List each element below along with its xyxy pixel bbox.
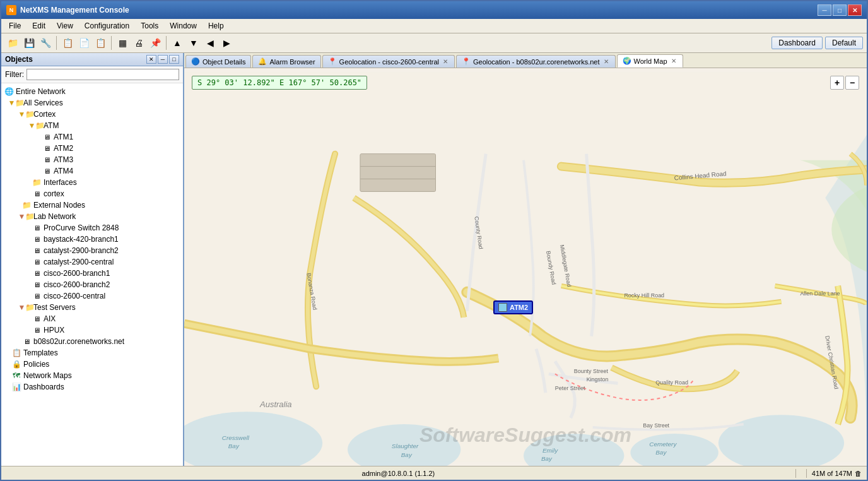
tree-external-nodes[interactable]: 📁 External Nodes xyxy=(1,199,183,211)
svg-text:Bay: Bay xyxy=(228,442,240,449)
tb-down-button[interactable]: ▼ xyxy=(186,35,201,50)
tb-print-button[interactable]: 🖨 xyxy=(131,35,146,50)
template-icon: 📋 xyxy=(11,348,21,358)
menu-configuration[interactable]: Configuration xyxy=(79,20,134,32)
tb-config-button[interactable]: 🔧 xyxy=(38,35,53,50)
tb-clipboard-button[interactable]: 📋 xyxy=(60,35,75,50)
left-panel: Objects ✕ ─ □ Filter: 🌐 Entire Network xyxy=(1,53,184,466)
tree-cisco-branch2[interactable]: 🖥 cisco-2600-branch2 xyxy=(1,279,183,290)
dashboard-button[interactable]: Dashboard xyxy=(771,37,823,49)
menu-help[interactable]: Help xyxy=(203,20,229,32)
tree-templates[interactable]: 📋 Templates xyxy=(1,347,183,359)
tree-aix[interactable]: 🖥 AIX xyxy=(1,313,183,324)
tb-back-button[interactable]: ◀ xyxy=(202,35,218,50)
map-icon: 🗺 xyxy=(11,371,21,381)
tab-world-map[interactable]: 🌍 World Map ✕ xyxy=(617,54,683,68)
zoom-in-button[interactable]: + xyxy=(830,76,844,90)
menu-tools[interactable]: Tools xyxy=(136,20,163,32)
panel-maximize-button[interactable]: □ xyxy=(169,55,179,64)
panel-minimize-button[interactable]: ─ xyxy=(158,55,168,64)
tree-baystack[interactable]: 🖥 baystack-420-branch1 xyxy=(1,234,183,245)
tab-geo-b08-close[interactable]: ✕ xyxy=(602,58,610,65)
tree-hpux[interactable]: 🖥 HPUX xyxy=(1,324,183,336)
filter-input[interactable] xyxy=(26,69,179,80)
tree-atm1[interactable]: 🖥 ATM1 xyxy=(1,131,183,143)
tree-lab-network[interactable]: ▼📁 Lab Network xyxy=(1,211,183,222)
tree-dashboards[interactable]: 📊 Dashboards xyxy=(1,381,183,393)
tree-cisco-central[interactable]: 🖥 cisco-2600-central xyxy=(1,290,183,302)
tree-b08s02ur[interactable]: 🖥 b08s02ur.corenetworks.net xyxy=(1,336,183,347)
tb-up-button[interactable]: ▲ xyxy=(170,35,185,50)
status-separator-1 xyxy=(795,469,796,478)
tab-geo-b08[interactable]: 📍 Geolocation - b08s02ur.corenetworks.ne… xyxy=(456,55,616,68)
tree-test-servers[interactable]: ▼📁 Test Servers xyxy=(1,302,183,313)
tab-world-map-close[interactable]: ✕ xyxy=(670,57,677,64)
tb-pin-button[interactable]: 📌 xyxy=(148,35,163,50)
tree-entire-network[interactable]: 🌐 Entire Network xyxy=(1,86,183,97)
zoom-out-button[interactable]: − xyxy=(845,76,859,90)
atm-marker-label: ATM2 xyxy=(510,304,528,311)
folder-icon: 📁 xyxy=(32,177,42,187)
menu-view[interactable]: View xyxy=(52,20,78,32)
menu-window[interactable]: Window xyxy=(165,20,202,32)
network-icon: 🌐 xyxy=(4,86,14,97)
menu-file[interactable]: File xyxy=(4,20,26,32)
tree-policies[interactable]: 🔒 Policies xyxy=(1,359,183,370)
tab-alarm-browser[interactable]: 🔔 Alarm Browser xyxy=(252,55,320,68)
filter-label: Filter: xyxy=(5,70,24,79)
device-icon: 🖥 xyxy=(32,291,42,301)
tab-object-details[interactable]: 🔵 Object Details xyxy=(185,55,251,68)
tb-forward-button[interactable]: ▶ xyxy=(219,35,234,50)
tab-geo-cisco-label: Geolocation - cisco-2600-central xyxy=(339,58,439,66)
menu-edit[interactable]: Edit xyxy=(27,20,50,32)
tree-cortex[interactable]: ▼📁 Cortex xyxy=(1,109,183,120)
svg-text:Bounty Street: Bounty Street xyxy=(574,368,609,374)
tree-atm4[interactable]: 🖥 ATM4 xyxy=(1,165,183,177)
tree-interfaces[interactable]: 📁 Interfaces xyxy=(1,177,183,188)
device-icon: 🖥 xyxy=(32,189,42,199)
close-button[interactable]: ✕ xyxy=(848,4,862,16)
tab-geo-b08-label: Geolocation - b08s02ur.corenetworks.net xyxy=(473,58,600,66)
tree-catalyst-branch2[interactable]: 🖥 catalyst-2900-branch2 xyxy=(1,245,183,256)
minimize-button[interactable]: ─ xyxy=(818,4,831,16)
object-details-icon: 🔵 xyxy=(191,57,200,66)
tb-save-button[interactable]: 💾 xyxy=(21,35,37,50)
device-icon: 🖥 xyxy=(32,325,42,335)
svg-text:Quality Road: Quality Road xyxy=(655,379,688,386)
tree-all-services[interactable]: ▼📁 All Services xyxy=(1,97,183,109)
status-separator-2 xyxy=(806,469,807,478)
menu-bar: File Edit View Configuration Tools Windo… xyxy=(1,19,867,33)
svg-text:Kingston: Kingston xyxy=(587,376,609,383)
tree-procurve[interactable]: 🖥 ProCurve Switch 2848 xyxy=(1,222,183,234)
tree-atm-folder[interactable]: ▼📁 ATM xyxy=(1,120,183,131)
device-icon: 🖥 xyxy=(42,132,52,142)
tree-atm3[interactable]: 🖥 ATM3 xyxy=(1,154,183,165)
maximize-button[interactable]: □ xyxy=(833,4,847,16)
device-icon: 🖥 xyxy=(32,223,42,233)
default-button[interactable]: Default xyxy=(825,37,863,49)
main-area: Objects ✕ ─ □ Filter: 🌐 Entire Network xyxy=(1,53,867,466)
trash-icon[interactable]: 🗑 xyxy=(855,470,862,477)
device-icon: 🖥 xyxy=(32,234,42,244)
tree-cortex-device[interactable]: 🖥 cortex xyxy=(1,188,183,199)
tab-geo-cisco[interactable]: 📍 Geolocation - cisco-2600-central ✕ xyxy=(322,55,455,68)
atm2-marker[interactable]: ATM2 xyxy=(493,300,533,314)
tb-copy-button[interactable]: 📄 xyxy=(76,35,91,50)
tb-grid-button[interactable]: ▦ xyxy=(115,35,130,50)
svg-text:Bay Street: Bay Street xyxy=(643,422,669,429)
tab-world-map-label: World Map xyxy=(634,57,667,65)
svg-text:Allen Dale Lane: Allen Dale Lane xyxy=(800,290,840,297)
folder-icon: ▼📁 xyxy=(11,98,21,108)
tree-item-label: Entire Network xyxy=(16,87,66,96)
zoom-controls: + − xyxy=(830,76,859,90)
tree-network-maps[interactable]: 🗺 Network Maps xyxy=(1,370,183,381)
tab-geo-cisco-close[interactable]: ✕ xyxy=(442,58,449,65)
map-area[interactable]: S 29° 03' 12.892" E 167° 57' 50.265" + − xyxy=(184,68,867,466)
tree-atm2[interactable]: 🖥 ATM2 xyxy=(1,143,183,154)
tb-paste-button[interactable]: 📋 xyxy=(93,35,108,50)
tree-catalyst-central[interactable]: 🖥 catalyst-2900-central xyxy=(1,256,183,268)
tree-cisco-branch1[interactable]: 🖥 cisco-2600-branch1 xyxy=(1,268,183,279)
panel-options-button[interactable]: ✕ xyxy=(146,55,156,64)
tb-new-button[interactable]: 📁 xyxy=(5,35,20,50)
net-folder-icon: ▼📁 xyxy=(21,302,32,312)
